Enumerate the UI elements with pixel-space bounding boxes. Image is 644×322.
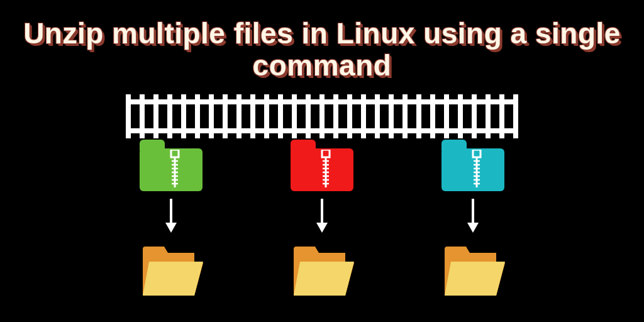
arrows-row — [0, 199, 644, 233]
zip-file-green-icon — [140, 140, 203, 191]
svg-marker-30 — [316, 223, 328, 233]
arrow-down-icon — [466, 199, 480, 233]
arrow-down-icon — [164, 199, 178, 233]
arrow-down-icon — [315, 199, 329, 233]
zip-file-red-icon — [291, 140, 353, 191]
open-folder-icon — [287, 239, 357, 302]
svg-marker-28 — [165, 223, 177, 233]
open-folder-icon — [438, 239, 508, 302]
open-folder-icon — [136, 239, 206, 302]
svg-marker-32 — [467, 223, 479, 233]
output-folders-row — [0, 239, 644, 302]
diagram-title: Unzip multiple files in Linux using a si… — [0, 18, 644, 81]
zip-file-cyan-icon — [441, 140, 504, 191]
railroad-track-icon — [126, 99, 518, 133]
zip-files-row — [0, 140, 644, 191]
svg-rect-9 — [322, 150, 330, 157]
svg-rect-18 — [473, 150, 480, 157]
svg-rect-0 — [171, 150, 179, 157]
